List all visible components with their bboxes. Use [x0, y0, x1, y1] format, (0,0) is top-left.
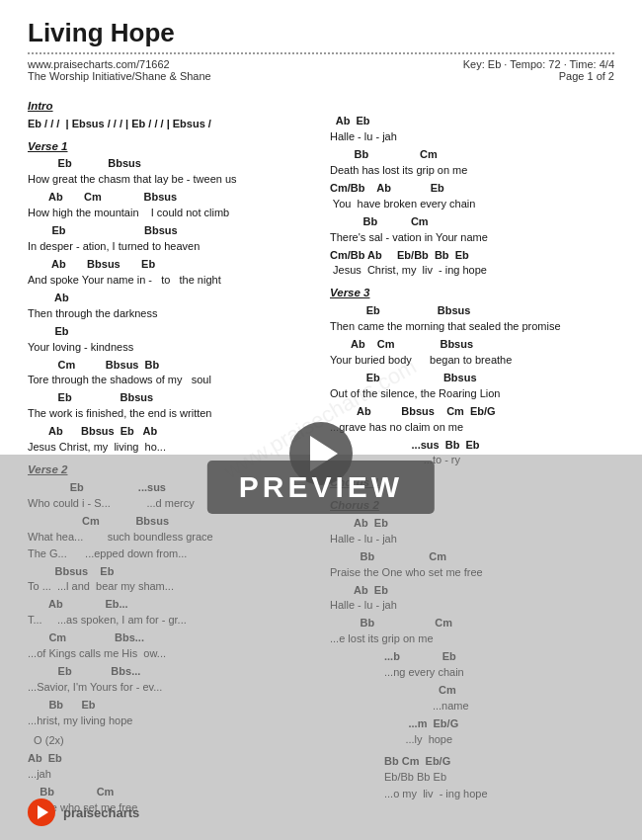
- footer: praisecharts: [28, 798, 614, 826]
- v2-l5: T... ...as spoken, I am for - gr...: [28, 613, 312, 629]
- ch2-c7: ...m Eb/G: [330, 716, 614, 732]
- v2-c4: Ab Eb...: [28, 597, 312, 613]
- url-artist: www.praisecharts.com/71662 The Worship I…: [28, 58, 211, 82]
- intro-chords: Eb / / / | Ebsus / / / | Eb / / / | Ebsu…: [28, 117, 312, 132]
- v1-c2: Ab Cm Bbsus: [28, 190, 312, 206]
- rc4: Bb Cm: [330, 214, 614, 230]
- v1-c1: Eb Bbsus: [28, 156, 312, 172]
- v1-l2: How high the mountain I could not climb: [28, 206, 312, 221]
- v2-l7: ...Savior, I'm Yours for - ev...: [28, 680, 312, 696]
- v1-l1: How great the chasm that lay be - tween …: [28, 172, 312, 188]
- divider: [28, 52, 614, 54]
- footer-brand: praisecharts: [63, 805, 139, 820]
- watermark: www.praisecharts.com: [153, 252, 489, 588]
- v2-l6: ...of Kings calls me His ow...: [28, 646, 312, 662]
- v2-c6: Eb Bbs...: [28, 664, 312, 680]
- footer-play-icon: [38, 805, 48, 819]
- ch2-l5: ...ng every chain: [330, 665, 614, 681]
- ch2-c5: ...b Eb: [330, 649, 614, 665]
- rc1: Ab Eb: [330, 114, 614, 129]
- footer-logo[interactable]: [28, 798, 55, 826]
- meta-row: www.praisecharts.com/71662 The Worship I…: [28, 58, 614, 82]
- ch2-c6: Cm: [330, 683, 614, 699]
- rc2: Bb Cm: [330, 147, 614, 163]
- rc3: Cm/Bb Ab Eb: [330, 181, 614, 197]
- page-title: Living Hope: [28, 18, 614, 48]
- preview-badge: PREVIEW: [207, 461, 435, 514]
- rl1: Halle - lu - jah: [330, 129, 614, 145]
- v2-c5: Cm Bbs...: [28, 630, 312, 646]
- page: Living Hope www.praisecharts.com/71662 T…: [0, 0, 642, 840]
- ch2-l3: Halle - lu - jah: [330, 598, 614, 614]
- intro-label: Intro: [28, 98, 312, 115]
- v2-c7: Bb Eb: [28, 698, 312, 714]
- rl3: You have broken every chain: [330, 197, 614, 212]
- ch2-c4: Bb Cm: [330, 616, 614, 631]
- ch2-l7: ...ly hope: [330, 732, 614, 748]
- rl2: Death has lost its grip on me: [330, 163, 614, 179]
- ch2-l6: ...name: [330, 699, 614, 714]
- verse1-label: Verse 1: [28, 138, 312, 155]
- rl4: There's sal - vation in Your name: [330, 230, 614, 246]
- ch2-l4: ...e lost its grip on me: [330, 631, 614, 647]
- v1-c3: Eb Bbsus: [28, 223, 312, 239]
- v2-l8: ...hrist, my living hope: [28, 714, 312, 729]
- key-tempo-page: Key: Eb · Tempo: 72 · Time: 4/4 Page 1 o…: [463, 58, 614, 82]
